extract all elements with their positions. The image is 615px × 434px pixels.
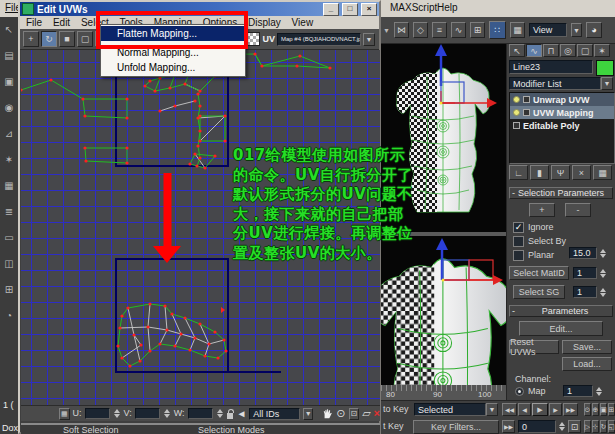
window-tool-icon[interactable]: ◫ [4,259,13,269]
object-color-swatch[interactable] [596,60,614,76]
previous-frame-icon[interactable]: ◀ [518,403,531,416]
render-setup-icon[interactable]: ▦ [510,22,525,38]
show-map-checker-icon[interactable] [246,32,260,46]
w-spinner[interactable] [216,408,224,419]
modifier-list-arrow-icon[interactable]: ▼ [601,77,613,90]
filter-selected-faces-icon[interactable]: × [374,408,380,419]
matid-spinner[interactable] [598,267,607,279]
view-combo-arrow-icon[interactable]: ▼ [571,23,582,37]
tab-motion[interactable]: ◎ [560,44,576,57]
max-menu-help[interactable]: Help [432,0,463,14]
render-teapot-icon[interactable]: ◕ [586,22,602,38]
next-key-icon[interactable]: ▶▶ [502,420,515,433]
map-channel-radio[interactable] [515,387,524,396]
texture-map-combo[interactable]: Map #4 (BQJIAHODVNACT.jpg) [277,33,361,46]
arc-rotate-icon[interactable]: ↻ [600,420,607,433]
material-editor-icon[interactable]: ∷ [489,21,506,39]
texture-map-arrow-icon[interactable]: ▼ [363,33,375,46]
shapes-tool-icon[interactable]: ▣ [4,77,13,87]
modifier-list-combo[interactable]: Modifier List [509,77,601,90]
scale-tool-icon[interactable]: ■ [59,31,75,47]
rotate-tool-icon[interactable]: ↻ [41,31,57,47]
ignore-checkbox[interactable]: ✓ [513,222,524,233]
minimize-button[interactable]: _ [323,3,339,16]
menu-item-flatten-mapping[interactable]: Flatten Mapping... [101,26,245,41]
selection-minus-button[interactable]: - [565,203,591,217]
stack-tool-icon[interactable]: ≣ [5,207,13,217]
key-mode-toggle-icon[interactable]: ⊡ [568,420,581,433]
pan-hand-icon[interactable] [322,407,333,420]
selection-plus-button[interactable]: + [529,203,555,217]
absolute-offset-toggle-icon[interactable]: ▦ [59,408,70,420]
select-by-checkbox[interactable] [513,236,524,247]
zoom-region-icon[interactable]: ⊡ [349,408,360,420]
selection-parameters-rollout[interactable]: - Selection Parameters [509,187,613,199]
set-key-button[interactable]: t Key [383,422,404,431]
zoom-tool-icon[interactable]: ⊙ [336,408,345,419]
edit-uvws-titlebar[interactable]: Edit UVWs _ □ × [20,2,379,16]
menu-view[interactable]: View [288,16,318,29]
freeform-tool-icon[interactable]: ▢ [77,31,93,47]
zoom-extents-icon[interactable]: ▣ [600,403,607,416]
zoom-icon[interactable]: ⊙ [584,403,591,416]
go-to-start-icon[interactable]: ◀◀ [502,403,517,416]
u-spinner[interactable] [113,408,121,419]
id-filter-arrow-icon[interactable]: ▼ [303,408,313,420]
parameters-rollout[interactable]: - Parameters [509,305,613,317]
align-icon[interactable]: ◇ [413,22,428,38]
menu-display[interactable]: Display [244,16,285,29]
close-button[interactable]: × [361,3,377,16]
auto-key-button[interactable]: to Key [383,405,409,414]
selection-set-combo[interactable]: Selected [414,403,486,416]
id-filter-combo[interactable]: All IDs [249,408,300,420]
select-tool-icon[interactable]: ↖ [5,25,13,35]
tab-utilities[interactable]: ✶ [594,44,610,57]
object-name-field[interactable]: Line23 [509,60,593,74]
zoom-extents-uv-icon[interactable]: ▱ [362,408,370,419]
reset-uvws-button[interactable]: Reset UVWs [509,340,559,354]
plane-tool-icon[interactable]: ▭ [4,233,13,243]
selection-set-arrow-icon[interactable]: ▼ [486,403,498,416]
show-end-result-icon[interactable]: ▮ [530,165,549,180]
edit-uvws-button[interactable]: Edit... [519,321,603,336]
fov-icon[interactable]: ▷ [584,420,591,433]
w-field[interactable] [188,408,213,419]
timeline-trackbar[interactable]: 80 90 100 [381,385,506,400]
mirror-icon[interactable]: ⋈ [394,22,409,38]
selection-modes-rollout[interactable]: Selection Modes [198,426,265,434]
planar-threshold-field[interactable]: 15.0 [569,247,597,259]
go-to-end-icon[interactable]: ▶▶ [563,403,578,416]
circle-tool-icon[interactable]: ◔ [6,311,12,321]
menu-edit[interactable]: Edit [49,16,74,29]
snap-icon[interactable]: ◄ [236,409,246,419]
schematic-view-icon[interactable]: ⊞ [470,22,485,38]
named-selection-combo[interactable]: View [529,23,567,37]
frame-spinner[interactable] [557,420,566,433]
key-filters-button[interactable]: Key Filters... [413,420,499,434]
sg-field[interactable]: 1 [573,286,597,298]
stack-item-uvw-mapping[interactable]: UVW Mapping [510,106,614,119]
sphere-tool-icon[interactable]: ◉ [5,103,14,113]
save-uvws-button[interactable]: Save... [562,340,612,354]
menu-item-unfold-mapping[interactable]: Unfold Mapping... [101,60,245,75]
configure-stack-icon[interactable]: ▦ [593,165,612,180]
wedge-tool-icon[interactable]: ⊿ [5,129,13,139]
play-icon[interactable]: ▶ [532,403,548,416]
select-matid-button[interactable]: Select MatID [509,266,569,280]
maximize-button[interactable]: □ [342,3,358,16]
remove-modifier-icon[interactable]: × [572,165,591,180]
planar-spinner[interactable] [598,247,607,259]
tab-modify[interactable]: ∿ [526,44,542,57]
menu-item-normal-mapping[interactable]: Normal Mapping... [101,45,245,60]
star-tool-icon[interactable]: ✶ [5,155,13,165]
min-max-toggle-icon[interactable]: ◱ [608,420,615,433]
grid-tool-icon[interactable]: ▦ [4,181,13,191]
boxgrid-tool-icon[interactable]: ⊞ [5,285,13,295]
select-sg-button[interactable]: Select SG [513,285,565,299]
lightbulb-icon[interactable] [513,96,520,103]
stack-item-editable-poly[interactable]: Editable Poly [510,119,614,132]
v-spinner[interactable] [163,408,171,419]
u-field[interactable] [85,408,110,419]
next-frame-icon[interactable]: ▶ [549,403,562,416]
matid-field[interactable]: 1 [573,267,597,279]
